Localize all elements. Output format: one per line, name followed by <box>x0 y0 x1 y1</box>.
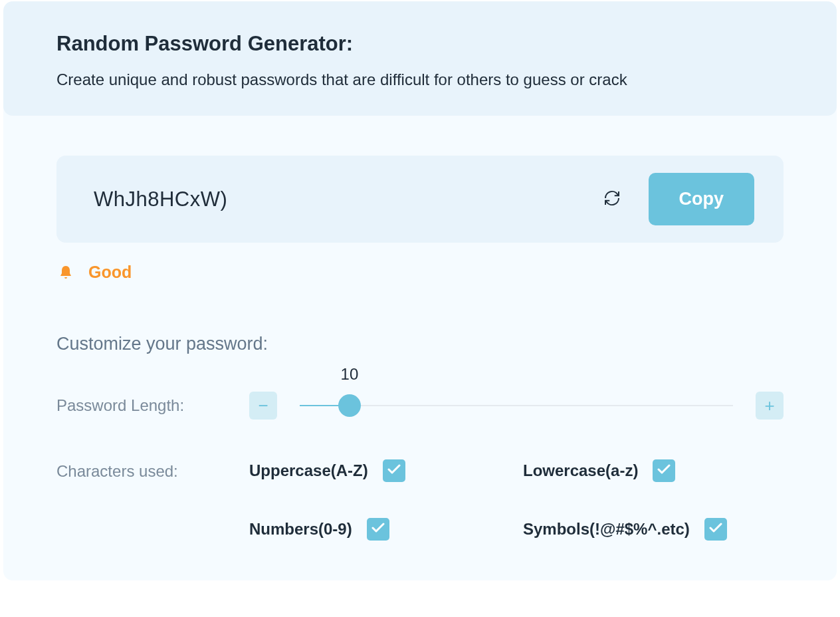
bell-icon <box>56 263 75 282</box>
customize-section: Customize your password: Password Length… <box>56 334 784 541</box>
checkbox-numbers[interactable] <box>367 518 389 541</box>
check-icon <box>387 464 401 477</box>
page-title: Random Password Generator: <box>56 32 784 56</box>
length-slider[interactable]: 10 <box>300 392 733 420</box>
option-lowercase-label: Lowercase(a-z) <box>523 461 638 480</box>
password-value: WhJh8HCxW) <box>94 187 601 211</box>
header: Random Password Generator: Create unique… <box>3 1 837 116</box>
chars-label: Characters used: <box>56 459 249 481</box>
characters-row: Characters used: Uppercase(A-Z) Lowercas… <box>56 459 784 541</box>
refresh-icon <box>602 188 622 210</box>
option-numbers: Numbers(0-9) <box>249 518 510 541</box>
increase-length-button[interactable]: + <box>756 392 784 420</box>
check-icon <box>371 523 385 536</box>
check-icon <box>657 464 671 477</box>
content: WhJh8HCxW) Copy G <box>3 116 837 580</box>
slider-handle[interactable] <box>338 394 361 417</box>
checkbox-uppercase[interactable] <box>383 459 405 482</box>
refresh-button[interactable] <box>601 188 623 211</box>
minus-icon: − <box>258 396 268 416</box>
option-uppercase-label: Uppercase(A-Z) <box>249 461 368 480</box>
option-lowercase: Lowercase(a-z) <box>523 459 784 482</box>
option-uppercase: Uppercase(A-Z) <box>249 459 510 482</box>
check-icon <box>709 523 722 536</box>
length-row: Password Length: − 10 + <box>56 392 784 420</box>
plus-icon: + <box>764 396 774 416</box>
option-symbols: Symbols(!@#$%^.etc) <box>523 518 784 541</box>
slider-value-label: 10 <box>341 365 359 384</box>
option-numbers-label: Numbers(0-9) <box>249 520 352 539</box>
option-symbols-label: Symbols(!@#$%^.etc) <box>523 520 690 539</box>
strength-indicator: Good <box>56 263 784 282</box>
slider-track <box>300 405 733 406</box>
customize-title: Customize your password: <box>56 334 784 354</box>
length-label: Password Length: <box>56 396 249 415</box>
chars-grid: Uppercase(A-Z) Lowercase(a-z) <box>249 459 784 541</box>
password-generator-panel: Random Password Generator: Create unique… <box>3 1 837 580</box>
page-subtitle: Create unique and robust passwords that … <box>56 70 784 89</box>
checkbox-symbols[interactable] <box>704 518 727 541</box>
strength-label: Good <box>88 263 132 282</box>
decrease-length-button[interactable]: − <box>249 392 277 420</box>
password-display-box: WhJh8HCxW) Copy <box>56 156 784 243</box>
copy-button[interactable]: Copy <box>649 173 755 225</box>
checkbox-lowercase[interactable] <box>653 459 675 482</box>
